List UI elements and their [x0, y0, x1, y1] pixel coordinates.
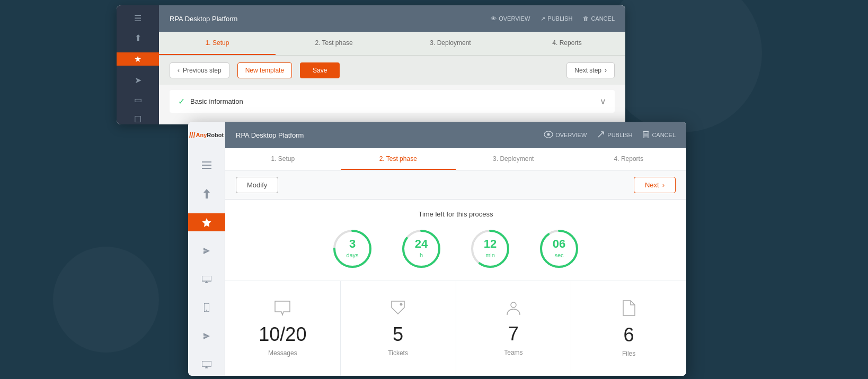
- bg-sidebar-send-icon[interactable]: ➤: [135, 75, 141, 85]
- svg-point-20: [400, 303, 403, 306]
- timer-section: Time left for this process 3 days: [225, 200, 686, 281]
- stats-section: 10/20 Messages 5 Tickets 7 Teams: [225, 281, 686, 376]
- timer-seconds: 06 sec: [538, 228, 580, 270]
- main-top-bar: RPA Desktop Platform OVERVIEW PUBLISH: [225, 122, 686, 148]
- stat-teams-label: Teams: [504, 349, 522, 356]
- bg-action-bar: ‹ Previous step New template Save Next s…: [159, 56, 625, 85]
- main-sidebar-desktop-icon[interactable]: [188, 270, 225, 288]
- next-chevron-icon: ›: [662, 181, 665, 189]
- file-icon: [622, 300, 636, 320]
- bg-expand-icon[interactable]: ∨: [600, 96, 606, 106]
- main-sidebar-phone-icon[interactable]: [188, 299, 225, 317]
- main-overview-action[interactable]: OVERVIEW: [544, 131, 587, 139]
- bg-tab-deployment[interactable]: 3. Deployment: [392, 32, 509, 55]
- timer-min-unit: min: [485, 252, 495, 258]
- next-button[interactable]: Next ›: [634, 177, 676, 193]
- stat-files: 6 Files: [571, 281, 686, 376]
- bg-top-bar: RPA Desktop Platform 👁 OVERVIEW ↗ PUBLIS…: [159, 5, 625, 32]
- stat-messages: 10/20 Messages: [225, 281, 341, 376]
- background-window: ☰ ⬆ ★ ➤ ▭ ☐ RPA Desktop Platform 👁 OVERV…: [117, 5, 625, 124]
- timer-hours: 24 h: [400, 228, 442, 270]
- main-tab-test[interactable]: 2. Test phase: [341, 148, 456, 170]
- bg-content: RPA Desktop Platform 👁 OVERVIEW ↗ PUBLIS…: [159, 5, 625, 124]
- svg-point-10: [547, 133, 550, 136]
- bg-app-title: RPA Desktop Platform: [170, 15, 480, 23]
- timer-days-value: 3: [346, 238, 358, 250]
- main-app-title: RPA Desktop Platform: [236, 131, 536, 139]
- svg-rect-11: [643, 131, 649, 132]
- main-tab-deployment[interactable]: 3. Deployment: [456, 148, 571, 170]
- timer-hours-value: 24: [415, 238, 428, 250]
- main-sidebar-desktop2-icon[interactable]: [188, 356, 225, 374]
- svg-rect-6: [202, 361, 211, 366]
- svg-rect-1: [202, 165, 211, 166]
- bg-overview-action[interactable]: 👁 OVERVIEW: [491, 15, 530, 22]
- svg-point-21: [511, 302, 516, 308]
- bg-sidebar-star-icon[interactable]: ★: [117, 52, 159, 66]
- timer-sec-value: 06: [553, 238, 565, 250]
- bg-cancel-action[interactable]: 🗑 CANCEL: [583, 15, 615, 22]
- message-icon: [274, 300, 291, 320]
- bg-next-step-button[interactable]: Next step ›: [566, 62, 615, 78]
- bg-sidebar-upload-icon[interactable]: ⬆: [135, 33, 141, 43]
- timer-min-value: 12: [484, 238, 497, 250]
- main-tab-reports[interactable]: 4. Reports: [571, 148, 687, 170]
- timer-hours-unit: h: [420, 252, 423, 258]
- main-sidebar: [188, 148, 225, 376]
- timer-days-unit: days: [346, 252, 358, 258]
- stat-files-label: Files: [622, 350, 635, 357]
- bg-prev-step-button[interactable]: ‹ Previous step: [170, 62, 229, 78]
- stat-tickets-value: 5: [393, 325, 403, 344]
- timer-sec-unit: sec: [554, 252, 563, 258]
- stat-messages-value: 10/20: [259, 325, 306, 344]
- main-eye-icon: [544, 131, 553, 139]
- logo-name: AnyRobot: [196, 132, 224, 138]
- timer-days: 3 days: [331, 228, 374, 270]
- bg-tab-reports[interactable]: 4. Reports: [509, 32, 625, 55]
- bg-sidebar-desktop-icon[interactable]: ▭: [134, 95, 142, 105]
- stat-messages-label: Messages: [268, 349, 297, 357]
- tag-icon: [391, 300, 405, 320]
- bg-tab-setup[interactable]: 1. Setup: [159, 32, 276, 55]
- timers-container: 3 days 24 h: [236, 228, 676, 270]
- main-publish-action[interactable]: PUBLISH: [597, 131, 632, 139]
- bg-publish-icon: ↗: [541, 15, 545, 22]
- bg-tab-test[interactable]: 2. Test phase: [276, 32, 392, 55]
- stat-files-value: 6: [624, 326, 634, 345]
- main-cancel-action[interactable]: CANCEL: [643, 131, 676, 139]
- svg-rect-0: [202, 161, 211, 163]
- logo-any: Any: [196, 132, 207, 138]
- svg-rect-3: [202, 276, 211, 281]
- bg-save-button[interactable]: Save: [300, 62, 340, 78]
- main-sidebar-star-icon[interactable]: [188, 213, 225, 231]
- logo-slash: ///: [189, 131, 196, 139]
- anyrobot-logo: /// AnyRobot: [189, 131, 224, 139]
- main-content-area: RPA Desktop Platform OVERVIEW PUBLISH: [225, 122, 686, 376]
- bg-sidebar-phone-icon[interactable]: ☐: [134, 114, 141, 124]
- bg-eye-icon: 👁: [491, 15, 497, 22]
- bg-sidebar: ☰ ⬆ ★ ➤ ▭ ☐: [117, 5, 159, 124]
- main-tab-setup[interactable]: 1. Setup: [225, 148, 341, 170]
- modify-button[interactable]: Modify: [236, 177, 278, 193]
- main-action-row: Modify Next ›: [225, 170, 686, 200]
- bg-publish-action[interactable]: ↗ PUBLISH: [541, 15, 572, 22]
- deco-circle-2: [53, 247, 159, 353]
- main-sidebar-send-icon[interactable]: [188, 242, 225, 260]
- bg-next-chevron-icon: ›: [605, 67, 607, 74]
- deco-circle-1: [603, 0, 762, 132]
- stat-tickets-label: Tickets: [388, 349, 408, 357]
- svg-point-5: [206, 310, 207, 311]
- main-sidebar-upload-icon[interactable]: [188, 185, 225, 203]
- bg-prev-chevron-icon: ‹: [178, 67, 180, 74]
- bg-new-template-button[interactable]: New template: [237, 62, 292, 78]
- main-sidebar-send2-icon[interactable]: [188, 327, 225, 345]
- main-logo-area: /// AnyRobot: [188, 122, 225, 148]
- main-sidebar-menu-icon[interactable]: [188, 156, 225, 174]
- stat-tickets: 5 Tickets: [341, 281, 456, 376]
- stat-teams: 7 Teams: [456, 281, 572, 376]
- bg-check-icon: ✓: [178, 96, 185, 106]
- main-publish-icon: [597, 131, 605, 139]
- bg-sidebar-menu-icon[interactable]: ☰: [134, 13, 141, 23]
- timer-minutes: 12 min: [469, 228, 511, 270]
- bg-basic-info-section: ✓ Basic information ∨: [170, 90, 615, 113]
